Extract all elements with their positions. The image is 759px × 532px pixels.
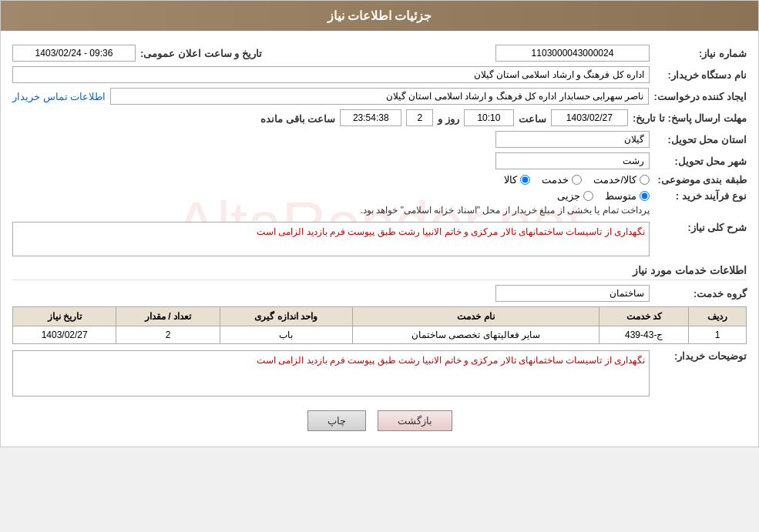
buyer-label: نام دستگاه خریدار: <box>654 69 747 81</box>
purchase-type-radio-group: متوسط جزیی <box>361 190 650 202</box>
category-option-khedmat[interactable]: خدمت <box>542 174 582 186</box>
purchase-type-label: نوع فرآیند خرید : <box>654 190 747 202</box>
deadline-date: 1403/02/27 <box>551 109 628 126</box>
buyer-desc-label: توضیحات خریدار: <box>654 350 747 362</box>
category-label-kala: کالا <box>504 174 517 186</box>
deadline-time-label: ساعت <box>519 111 546 125</box>
publish-label: تاریخ و ساعت اعلان عمومی: <box>140 48 262 59</box>
col-header-date: تاریخ نیاز <box>13 307 116 326</box>
need-number-value: 1103000043000024 <box>495 45 650 62</box>
page-title: جزئیات اطلاعات نیاز <box>327 9 432 22</box>
service-group-label: گروه خدمت: <box>654 288 747 299</box>
creator-label: ایجاد کننده درخواست: <box>653 91 747 102</box>
purchase-type-option-jozi[interactable]: جزیی <box>557 190 593 202</box>
creator-contact-link[interactable]: اطلاعات تماس خریدار <box>12 91 106 102</box>
col-header-qty: تعداد / مقدار <box>116 307 220 326</box>
category-option-kala[interactable]: کالا <box>504 174 530 186</box>
buyer-desc-textarea[interactable] <box>12 350 650 396</box>
category-radio-khedmat[interactable] <box>572 175 582 185</box>
purchase-type-radio-motavasset[interactable] <box>640 191 650 201</box>
category-label-kala-khedmat: کالا/خدمت <box>593 174 636 186</box>
col-header-name: نام خدمت <box>352 307 599 326</box>
need-number-label: شماره نیاز: <box>654 48 747 59</box>
city-label: شهر محل تحویل: <box>654 156 747 167</box>
back-button[interactable]: بازگشت <box>378 410 452 431</box>
deadline-label: مهلت ارسال پاسخ: تا تاریخ: <box>633 112 747 124</box>
services-table: ردیف کد خدمت نام خدمت واحد اندازه گیری ت… <box>12 306 747 344</box>
purchase-type-option-motavasset[interactable]: متوسط <box>605 190 650 202</box>
purchase-type-radio-jozi[interactable] <box>583 191 593 201</box>
deadline-remaining-label: ساعت باقی مانده <box>260 111 335 125</box>
col-header-unit: واحد اندازه گیری <box>220 307 352 326</box>
purchase-type-label-motavasset: متوسط <box>605 190 636 202</box>
description-label: شرح کلی نیاز: <box>654 222 747 233</box>
category-label-khedmat: خدمت <box>542 174 569 186</box>
category-label: طبقه بندی موضوعی: <box>654 174 747 186</box>
deadline-remaining: 23:54:38 <box>340 109 401 126</box>
cell-qty: 2 <box>116 326 220 344</box>
table-row: 1 ج-43-439 سایر فعالیتهای تخصصی ساختمان … <box>13 326 747 344</box>
col-header-code: کد خدمت <box>599 307 689 326</box>
deadline-days: 2 <box>406 109 433 126</box>
service-group-value: ساختمان <box>495 285 650 302</box>
province-label: استان محل تحویل: <box>654 134 747 146</box>
province-value: گیلان <box>495 131 650 148</box>
deadline-days-label: روز و <box>438 111 459 125</box>
description-value: نگهداری از تاسیسات ساختمانهای تالار مرکز… <box>12 222 650 256</box>
cell-name: سایر فعالیتهای تخصصی ساختمان <box>352 326 599 344</box>
deadline-time: 10:10 <box>464 109 514 126</box>
buyer-value: اداره کل فرهنگ و ارشاد اسلامی استان گیلا… <box>12 66 650 83</box>
cell-unit: باب <box>220 326 352 344</box>
services-section-title: اطلاعات خدمات مورد نیاز <box>12 264 747 280</box>
buttons-row: بازگشت چاپ <box>12 410 747 431</box>
cell-date: 1403/02/27 <box>13 326 116 344</box>
purchase-type-label-jozi: جزیی <box>557 190 580 202</box>
page-header: جزئیات اطلاعات نیاز <box>1 1 758 31</box>
category-radio-kala[interactable] <box>520 175 530 185</box>
category-radio-group: کالا/خدمت خدمت کالا <box>504 174 650 186</box>
cell-code: ج-43-439 <box>599 326 689 344</box>
cell-row: 1 <box>689 326 747 344</box>
category-option-kala-khedmat[interactable]: کالا/خدمت <box>593 174 650 186</box>
print-button[interactable]: چاپ <box>307 410 366 431</box>
category-radio-kala-khedmat[interactable] <box>640 175 650 185</box>
publish-value: 1403/02/24 - 09:36 <box>12 45 136 62</box>
creator-value: ناصر سهرابی حسابدار اداره کل فرهنگ و ارش… <box>110 88 649 105</box>
purchase-notice: پرداخت تمام یا بخشی از مبلغ خریدار از مح… <box>361 205 650 216</box>
col-header-row: ردیف <box>689 307 747 326</box>
city-value: رشت <box>495 152 650 169</box>
